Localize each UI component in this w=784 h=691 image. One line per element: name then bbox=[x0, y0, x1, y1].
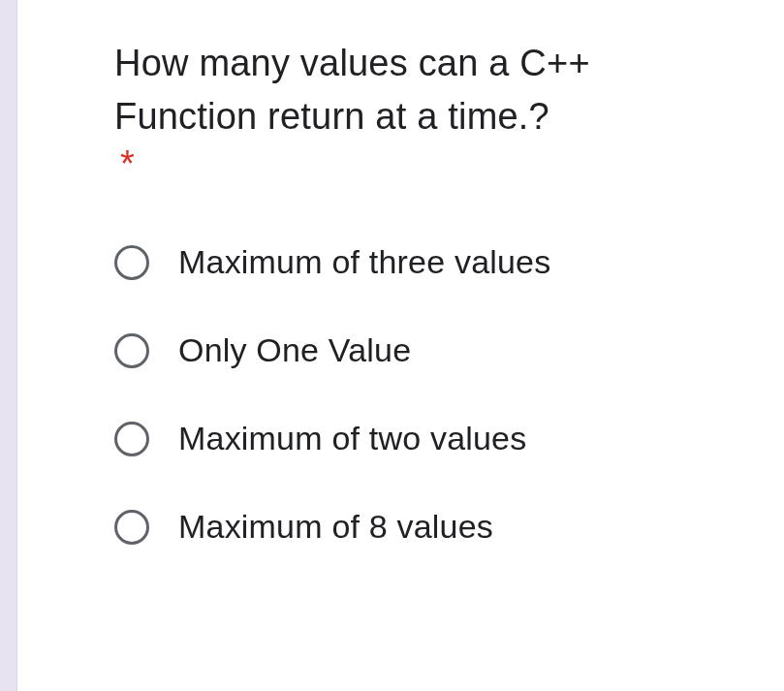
radio-option-2[interactable]: Only One Value bbox=[114, 331, 726, 369]
radio-icon bbox=[114, 245, 149, 280]
radio-icon bbox=[114, 422, 149, 456]
option-label: Maximum of 8 values bbox=[178, 508, 493, 546]
question-text: How many values can a C++ Function retur… bbox=[114, 37, 726, 143]
radio-option-1[interactable]: Maximum of three values bbox=[114, 243, 726, 281]
radio-icon bbox=[114, 333, 149, 368]
radio-option-3[interactable]: Maximum of two values bbox=[114, 420, 726, 457]
required-indicator: * bbox=[120, 143, 135, 185]
form-accent-strip bbox=[0, 0, 17, 691]
option-label: Only One Value bbox=[178, 331, 411, 369]
question-card: How many values can a C++ Function retur… bbox=[17, 0, 784, 691]
radio-option-4[interactable]: Maximum of 8 values bbox=[114, 508, 726, 546]
radio-icon bbox=[114, 510, 149, 545]
option-label: Maximum of three values bbox=[178, 243, 550, 281]
question-header: How many values can a C++ Function retur… bbox=[114, 37, 726, 185]
options-list: Maximum of three values Only One Value M… bbox=[114, 243, 726, 546]
option-label: Maximum of two values bbox=[178, 420, 526, 457]
